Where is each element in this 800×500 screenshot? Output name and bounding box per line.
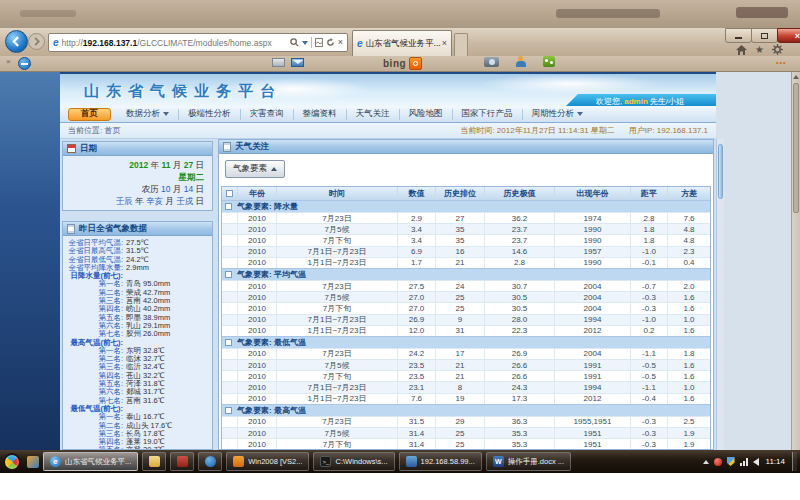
browser-scrollbar-thumb[interactable]: [793, 83, 799, 213]
content-scrollbar-thumb[interactable]: [718, 144, 723, 199]
start-button[interactable]: [3, 453, 21, 471]
table-cell: 1991: [555, 371, 631, 381]
table-cell: 2.3: [668, 247, 710, 257]
taskbar-button[interactable]: Win2008 [VS2...: [226, 452, 309, 471]
table-cell: 7月23日: [277, 281, 398, 291]
table-row[interactable]: 20107月下旬23.52126.61991-0.51.6: [222, 370, 710, 381]
home-icon[interactable]: [736, 45, 747, 55]
taskbar-small-icon[interactable]: [27, 456, 39, 468]
table-cell: 1991: [555, 360, 631, 370]
table-row[interactable]: 20107月5候23.52126.61991-0.51.6: [222, 359, 710, 370]
maximize-button[interactable]: [751, 28, 778, 43]
table-cell: 14.6: [485, 247, 555, 257]
table-cell: 31.5: [398, 417, 436, 427]
group-checkbox[interactable]: [225, 339, 232, 346]
nav-item-6[interactable]: 风险地图: [400, 109, 453, 120]
content-scrollbar[interactable]: [716, 139, 724, 450]
taskbar-button[interactable]: >_C:\Windows\s...: [313, 452, 394, 471]
nav-item-0[interactable]: 首页: [68, 108, 111, 121]
table-cell: 7.6: [668, 213, 710, 223]
group-checkbox[interactable]: [225, 271, 232, 278]
table-row[interactable]: 20107月23日24.21726.92004-1.11.8: [222, 348, 710, 359]
mail-icon[interactable]: [291, 58, 304, 67]
nav-item-7[interactable]: 国家下行产品: [453, 109, 523, 120]
nav-item-5[interactable]: 天气关注: [347, 109, 400, 120]
table-cell: 1.0: [668, 315, 710, 325]
table-row[interactable]: 20101月1日~7月23日7.61917.32012-0.41.6: [222, 393, 710, 404]
addon-circle-icon[interactable]: [18, 57, 31, 70]
close-button[interactable]: ×: [777, 28, 800, 43]
back-button[interactable]: [5, 30, 28, 53]
taskbar-button[interactable]: [170, 452, 194, 471]
table-row[interactable]: 20107月5候27.02530.52004-0.31.6: [222, 291, 710, 302]
table-row[interactable]: 20101月1日~7月23日12.03122.320120.21.6: [222, 325, 710, 336]
taskbar-clock[interactable]: 11:14: [766, 457, 785, 466]
tray-shield-icon[interactable]: [727, 457, 735, 466]
table-group-row[interactable]: 气象要素: 降水量: [222, 200, 710, 212]
table-row[interactable]: 20107月1日~7月23日23.1824.31994-1.11.0: [222, 381, 710, 392]
tray-red-icon[interactable]: [714, 458, 722, 466]
table-group-row[interactable]: 气象要素: 最高气温: [222, 404, 710, 416]
favorites-star-icon[interactable]: ★: [755, 45, 764, 55]
table-row[interactable]: 20107月下旬31.42535.31951-0.31.9: [222, 438, 710, 449]
nav-item-4[interactable]: 整编资料: [294, 109, 347, 120]
table-group-row[interactable]: 气象要素: 最低气温: [222, 336, 710, 348]
table-row[interactable]: 20107月5候31.42535.31951-0.31.9: [222, 427, 710, 438]
camera-icon[interactable]: [484, 57, 499, 67]
close-toolbar-icon[interactable]: ×: [6, 58, 11, 66]
group-checkbox[interactable]: [225, 203, 232, 210]
minimize-button[interactable]: [725, 28, 752, 43]
table-row[interactable]: 20107月1日~7月23日26.9928.01994-1.01.0: [222, 314, 710, 325]
browser-tab[interactable]: e 山东省气候业务平... ×: [352, 30, 452, 56]
table-row[interactable]: 20107月下旬27.02530.52004-0.31.6: [222, 302, 710, 313]
table-row[interactable]: 20107月5候3.43523.719901.84.8: [222, 223, 710, 234]
volume-icon[interactable]: [753, 458, 759, 466]
nav-item-3[interactable]: 灾害查询: [241, 109, 294, 120]
taskbar-button[interactable]: 192.168.58.99...: [399, 452, 482, 471]
element-filter-button[interactable]: 气象要素: [225, 160, 285, 178]
table-cell: -0.3: [631, 292, 668, 302]
more-options-icon[interactable]: •••: [776, 59, 786, 66]
show-desktop-button[interactable]: [792, 452, 797, 471]
card-icon[interactable]: [272, 58, 285, 67]
taskbar-button[interactable]: [142, 452, 166, 471]
browser-scrollbar[interactable]: [791, 72, 800, 450]
compatibility-view-icon[interactable]: [315, 38, 323, 47]
search-icon[interactable]: [290, 38, 299, 47]
url-text[interactable]: http://192.168.137.1/GLCCLIMATE/modules/…: [62, 38, 290, 48]
new-tab-button[interactable]: [454, 33, 468, 56]
table-row[interactable]: 20107月1日~7月23日6.91614.61957-1.02.3: [222, 246, 710, 257]
table-cell: 1.8: [631, 235, 668, 245]
table-row[interactable]: 20107月23日27.52430.72004-0.72.0: [222, 280, 710, 291]
network-icon[interactable]: [740, 458, 748, 466]
user-ip: 用户IP: 192.168.137.1: [629, 125, 708, 136]
toolbar-misc-icons: [484, 56, 555, 67]
table-row[interactable]: 20107月下旬3.43523.719901.84.8: [222, 234, 710, 245]
taskbar-button[interactable]: W操作手册.docx ...: [486, 452, 571, 471]
table-row[interactable]: 20101月1日~7月23日1.7212.81990-0.10.4: [222, 257, 710, 268]
table-group-row[interactable]: 气象要素: 平均气温: [222, 268, 710, 280]
nav-item-1[interactable]: 数据分析: [117, 109, 179, 120]
caret-down-icon[interactable]: [302, 41, 308, 45]
contact-icon[interactable]: [515, 56, 527, 67]
forward-button[interactable]: [28, 33, 45, 50]
taskbar-button[interactable]: [198, 452, 222, 471]
share-icon[interactable]: [543, 56, 555, 67]
table-cell: 2010: [238, 428, 277, 438]
stop-icon[interactable]: ×: [338, 38, 343, 47]
tab-close-icon[interactable]: ×: [442, 39, 447, 48]
nav-item-2[interactable]: 极端性分析: [179, 109, 241, 120]
taskbar-button[interactable]: e山东省气候业务平...: [43, 452, 138, 471]
table-row[interactable]: 20107月23日2.92736.219742.87.6: [222, 212, 710, 223]
group-checkbox[interactable]: [225, 407, 232, 414]
nav-item-8[interactable]: 周期性分析: [523, 109, 593, 120]
address-bar[interactable]: e http://192.168.137.1/GLCCLIMATE/module…: [48, 33, 348, 52]
gear-icon[interactable]: [772, 44, 783, 55]
table-row[interactable]: 20107月23日31.52936.31955,1951-0.32.5: [222, 416, 710, 427]
header-checkbox[interactable]: [226, 190, 233, 197]
scroll-up-arrow-icon[interactable]: [792, 72, 800, 82]
bing-search-icon[interactable]: [409, 57, 422, 70]
table-cell: 1月1日~7月23日: [277, 326, 398, 336]
hidden-icons-arrow-icon[interactable]: [703, 460, 709, 464]
refresh-icon[interactable]: [326, 38, 335, 47]
